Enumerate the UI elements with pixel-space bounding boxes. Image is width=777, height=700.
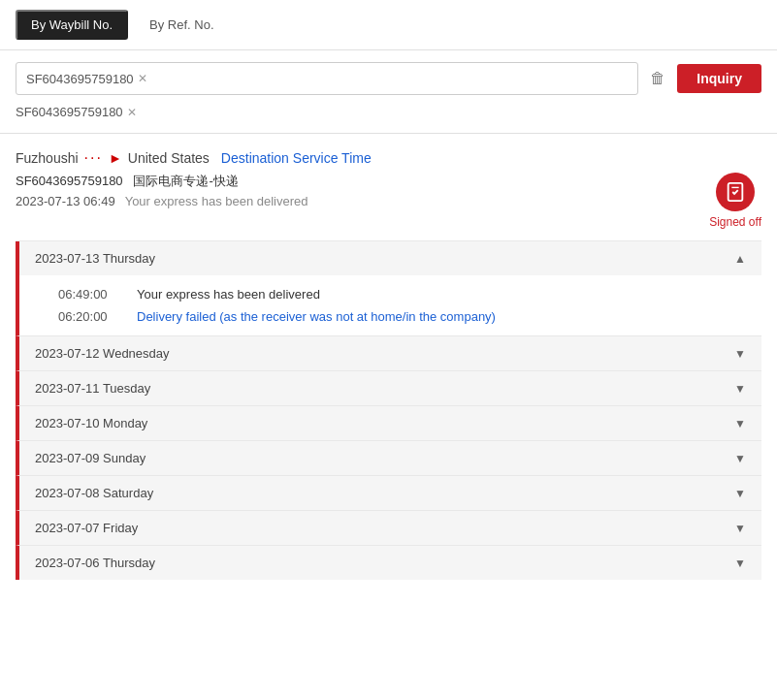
day-header-0[interactable]: 2023-07-13 Thursday ▲	[16, 241, 761, 275]
day-label-2: 2023-07-11 Tuesday	[35, 381, 150, 396]
secondary-tag: SF6043695759180 ✕	[16, 105, 137, 119]
day-label-5: 2023-07-08 Saturday	[35, 486, 153, 500]
route-dots: ···	[84, 149, 103, 167]
chevron-up-0: ▲	[734, 252, 746, 266]
chevron-down-7: ▼	[734, 557, 746, 570]
chevron-down-6: ▼	[734, 522, 746, 535]
day-label-1: 2023-07-12 Wednesday	[35, 346, 170, 361]
waybill-info: SF6043695759180 国际电商专递-快递 2023-07-13 06:…	[16, 173, 709, 208]
trash-icon[interactable]: 🗑	[646, 66, 669, 91]
event-time-0-0: 06:49:00	[58, 287, 121, 302]
day-label-0: 2023-07-13 Thursday	[35, 251, 155, 266]
day-header-7[interactable]: 2023-07-06 Thursday ▼	[16, 545, 761, 580]
waybill-number: SF6043695759180 国际电商专递-快递	[16, 173, 709, 190]
day-label-7: 2023-07-06 Thursday	[35, 556, 155, 570]
waybill-input[interactable]: SF6043695759180 ✕	[16, 62, 638, 95]
day-header-5[interactable]: 2023-07-08 Saturday ▼	[16, 475, 761, 510]
day-label-6: 2023-07-07 Friday	[35, 521, 138, 535]
signed-off-icon	[716, 173, 755, 211]
waybill-num-text: SF6043695759180	[16, 174, 123, 188]
secondary-tag-row: SF6043695759180 ✕	[16, 103, 761, 121]
day-header-3[interactable]: 2023-07-10 Monday ▼	[16, 405, 761, 440]
day-label-4: 2023-07-09 Sunday	[35, 451, 146, 465]
tab-bar: By Waybill No. By Ref. No.	[0, 0, 777, 50]
waybill-tag-value: SF6043695759180	[26, 72, 134, 86]
chevron-down-5: ▼	[734, 487, 746, 500]
day-events-0: 06:49:00 Your express has been delivered…	[16, 275, 761, 335]
route-to: United States	[128, 150, 210, 166]
day-header-4[interactable]: 2023-07-09 Sunday ▼	[16, 440, 761, 475]
delivery-status-row: 2023-07-13 06:49 Your express has been d…	[16, 194, 709, 208]
day-header-1[interactable]: 2023-07-12 Wednesday ▼	[16, 335, 761, 370]
service-type-text: 国际电商专递-快递	[133, 174, 238, 188]
day-header-6[interactable]: 2023-07-07 Friday ▼	[16, 510, 761, 545]
delivery-date: 2023-07-13 06:49	[16, 194, 115, 208]
event-desc-0-0: Your express has been delivered	[137, 287, 320, 302]
search-area: SF6043695759180 ✕ 🗑 Inquiry SF6043695759…	[0, 50, 777, 134]
event-desc-0-1: Delivery failed (as the receiver was not…	[137, 309, 496, 324]
secondary-tag-value: SF6043695759180	[16, 105, 123, 119]
result-area: Fuzhoushi ··· ► United States Destinatio…	[0, 134, 777, 580]
waybill-row: SF6043695759180 国际电商专递-快递 2023-07-13 06:…	[16, 173, 761, 229]
event-row-0-0: 06:49:00 Your express has been delivered	[58, 283, 746, 305]
tab-waybill[interactable]: By Waybill No.	[16, 10, 128, 40]
dest-service-link[interactable]: Destination Service Time	[221, 150, 372, 166]
chevron-down-2: ▼	[734, 382, 746, 396]
waybill-tag: SF6043695759180 ✕	[26, 72, 147, 86]
route-from: Fuzhoushi	[16, 150, 79, 166]
day-label-3: 2023-07-10 Monday	[35, 416, 147, 430]
signed-off-block: Signed off	[709, 173, 761, 229]
secondary-tag-close[interactable]: ✕	[127, 106, 137, 119]
chevron-down-4: ▼	[734, 452, 746, 465]
inquiry-button[interactable]: Inquiry	[677, 64, 761, 93]
day-header-2[interactable]: 2023-07-11 Tuesday ▼	[16, 370, 761, 405]
search-input-row: SF6043695759180 ✕ 🗑 Inquiry	[16, 62, 761, 95]
signed-off-label: Signed off	[709, 215, 761, 229]
event-row-0-1: 06:20:00 Delivery failed (as the receive…	[58, 305, 746, 328]
delivery-text: Your express has been delivered	[125, 194, 308, 208]
route-arrow: ►	[109, 150, 122, 166]
route-line: Fuzhoushi ··· ► United States Destinatio…	[16, 149, 761, 167]
event-time-0-1: 06:20:00	[58, 309, 121, 324]
timeline-section: 2023-07-13 Thursday ▲ 06:49:00 Your expr…	[16, 240, 761, 580]
chevron-down-3: ▼	[734, 417, 746, 430]
waybill-tag-close[interactable]: ✕	[138, 72, 147, 85]
tab-ref[interactable]: By Ref. No.	[136, 12, 227, 38]
chevron-down-1: ▼	[734, 347, 746, 361]
